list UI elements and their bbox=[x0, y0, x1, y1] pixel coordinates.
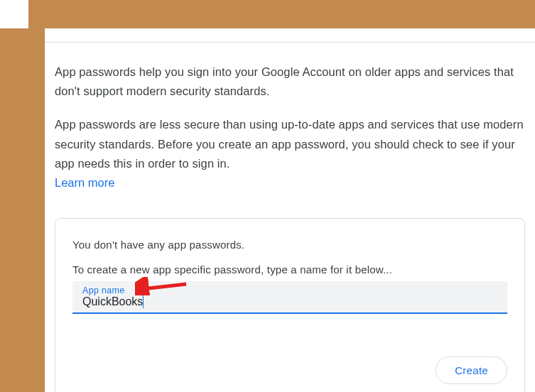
app-name-label: App name bbox=[82, 285, 497, 295]
create-instruction-text: To create a new app specific password, t… bbox=[72, 263, 507, 276]
no-passwords-text: You don't have any app passwords. bbox=[72, 239, 507, 251]
app-name-input[interactable]: QuickBooks bbox=[82, 295, 497, 308]
intro-paragraph-1: App passwords help you sign into your Go… bbox=[55, 62, 525, 101]
learn-more-link[interactable]: Learn more bbox=[55, 176, 114, 189]
intro-section: App passwords help you sign into your Go… bbox=[45, 43, 535, 192]
content-panel: App passwords help you sign into your Go… bbox=[45, 28, 535, 392]
app-password-card: You don't have any app passwords. To cre… bbox=[55, 218, 525, 392]
app-name-value: QuickBooks bbox=[82, 295, 143, 308]
create-button[interactable]: Create bbox=[436, 356, 507, 384]
header-divider bbox=[45, 28, 535, 43]
intro-paragraph-2: App passwords are less secure than using… bbox=[55, 115, 525, 173]
button-row: Create bbox=[72, 356, 507, 384]
app-name-input-wrap[interactable]: App name QuickBooks bbox=[72, 281, 507, 314]
text-cursor bbox=[143, 295, 144, 308]
top-corner-block bbox=[0, 0, 28, 28]
